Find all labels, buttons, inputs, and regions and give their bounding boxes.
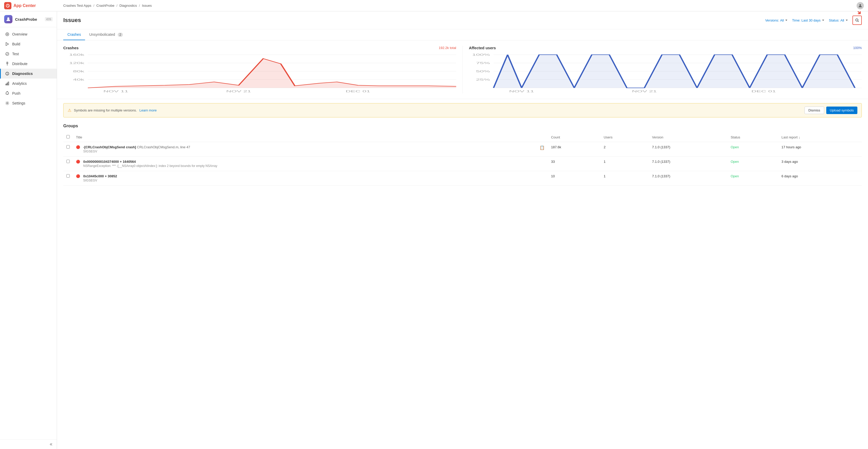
upload-symbols-button[interactable]: Upload symbols [826, 106, 858, 114]
svg-point-16 [7, 103, 8, 104]
row3-checkbox[interactable] [66, 174, 70, 178]
groups-section: Groups Title Count Users [57, 122, 868, 192]
row2-error-icon: 🔴 [76, 160, 80, 164]
dismiss-button[interactable]: Dismiss [804, 106, 824, 114]
row2-last-report: 3 days ago [778, 157, 862, 171]
row1-title-content: 🔴 -[CRLCrashObjCMsgSend crash] CRLCrashO… [76, 145, 545, 153]
select-all-checkbox[interactable] [66, 135, 70, 138]
affected-chart-total: 100% [853, 46, 862, 50]
svg-text:80k: 80k [73, 70, 85, 73]
row2-status-badge: Open [731, 160, 739, 164]
row2-status: Open [727, 157, 778, 171]
overview-icon [5, 32, 9, 37]
row3-count: 10 [548, 171, 600, 186]
row2-title-cell: 🔴 0x00000000104374000 + 1640564 NSRangeE… [73, 157, 548, 171]
crashes-chart-svg: 160k 120k 80k 40k NOV 11 NOV 21 DEC 01 [63, 52, 456, 94]
warning-learn-more[interactable]: Learn more [140, 108, 157, 112]
row1-status-badge: Open [731, 145, 739, 149]
row1-checkbox[interactable] [66, 145, 70, 149]
row3-title-bold: 0x10445c000 + 30852 [83, 174, 117, 178]
crashes-chart-header: Crashes 192.2k total [63, 45, 456, 50]
sidebar-label-test: Test [12, 52, 19, 56]
main-layout: CrashProbe iOS Overview [0, 11, 868, 449]
row1-clip-icon[interactable]: 📋 [539, 145, 545, 150]
sidebar-app-header: CrashProbe iOS [0, 11, 57, 27]
breadcrumb-item-1[interactable]: Crashes Test Apps [63, 4, 91, 7]
time-value: Last 30 days [801, 19, 820, 22]
col-last-report[interactable]: Last report ↓ [778, 132, 862, 142]
user-avatar[interactable] [857, 2, 864, 9]
crashes-chart-title: Crashes [63, 45, 79, 50]
sidebar-label-push: Push [12, 91, 21, 95]
row2-subtitle: NSRangeException: *** -[__NSArray0 objec… [83, 164, 545, 168]
sidebar-item-settings[interactable]: Settings [0, 98, 57, 108]
table-row[interactable]: 🔴 -[CRLCrashObjCMsgSend crash] CRLCrashO… [63, 142, 862, 157]
tab-crashes[interactable]: Crashes [63, 29, 85, 40]
row1-checkbox-cell [63, 142, 73, 157]
row3-last-report: 6 days ago [778, 171, 862, 186]
header-controls: Versions: All Time: Last 30 days Status:… [765, 15, 862, 25]
row3-title-content: 🔴 0x10445c000 + 30852 SIGSEGV [76, 174, 545, 182]
warning-text: Symbols are missing for multiple version… [74, 108, 137, 112]
sidebar-label-build: Build [12, 42, 20, 46]
affected-chart-header: Affected users 100% [469, 45, 862, 50]
row3-title-cell: 🔴 0x10445c000 + 30852 SIGSEGV [73, 171, 548, 186]
row3-checkbox-cell [63, 171, 73, 186]
crashes-chart-total: 192.2k total [439, 46, 456, 50]
svg-point-15 [7, 92, 7, 92]
distribute-icon [5, 61, 9, 66]
col-version: Version [649, 132, 727, 142]
content-header: Issues Versions: All Time: Last 30 days … [57, 11, 868, 29]
sidebar-app-name: CrashProbe [15, 17, 37, 22]
tab-unsymbolicated[interactable]: Unsymbolicated 2 [85, 29, 127, 40]
content-area: Issues Versions: All Time: Last 30 days … [57, 11, 868, 449]
sidebar-label-analytics: Analytics [12, 82, 27, 86]
table-row[interactable]: 🔴 0x00000000104374000 + 1640564 NSRangeE… [63, 157, 862, 171]
page-title: Issues [63, 17, 81, 24]
svg-text:NOV 21: NOV 21 [632, 90, 657, 93]
sidebar-item-overview[interactable]: Overview [0, 29, 57, 39]
app-logo[interactable]: App Center [4, 2, 61, 9]
affected-chart-area: 100% 75% 50% 25% NOV 11 NOV 21 DEC 01 [469, 52, 862, 94]
search-button[interactable] [852, 15, 862, 25]
breadcrumb: Crashes Test Apps / CrashProbe / Diagnos… [63, 4, 855, 7]
settings-icon [5, 101, 9, 105]
row1-count: 187.6k [548, 142, 600, 157]
breadcrumb-item-4[interactable]: Issues [142, 4, 152, 7]
svg-point-2 [7, 18, 9, 20]
row1-title-normal: CRLCrashObjCMsgSend.m, line 47 [137, 145, 190, 149]
row1-title-info: -[CRLCrashObjCMsgSend crash] CRLCrashObj… [83, 145, 537, 153]
analytics-icon [5, 81, 9, 86]
table-body: 🔴 -[CRLCrashObjCMsgSend crash] CRLCrashO… [63, 142, 862, 186]
row2-title-line: 0x00000000104374000 + 1640564 [83, 160, 545, 164]
row3-status-badge: Open [731, 174, 739, 178]
col-title: Title [73, 132, 548, 142]
versions-dropdown[interactable]: Versions: All [765, 19, 788, 22]
row1-last-report: 17 hours ago [778, 142, 862, 157]
sidebar-item-test[interactable]: Test [0, 49, 57, 59]
row3-version: 7.1.0 (1337) [649, 171, 727, 186]
svg-text:160k: 160k [69, 54, 85, 56]
row3-subtitle: SIGSEGV [83, 179, 545, 182]
sidebar-item-push[interactable]: Push [0, 88, 57, 98]
sidebar-item-distribute[interactable]: Distribute [0, 59, 57, 69]
sidebar-item-diagnostics[interactable]: Diagnostics [0, 69, 57, 78]
time-dropdown[interactable]: Time: Last 30 days [792, 19, 825, 22]
topbar: App Center Crashes Test Apps / CrashProb… [0, 0, 868, 11]
affected-users-chart: Affected users 100% 100% 75% 50% [463, 45, 862, 94]
sidebar-collapse[interactable] [0, 440, 57, 449]
svg-text:75%: 75% [476, 62, 490, 65]
row2-checkbox[interactable] [66, 160, 70, 163]
breadcrumb-item-2[interactable]: CrashProbe [96, 4, 114, 7]
sidebar-item-analytics[interactable]: Analytics [0, 78, 57, 88]
status-dropdown[interactable]: Status: All [829, 19, 848, 22]
row3-title-line: 0x10445c000 + 30852 [83, 174, 545, 178]
svg-text:NOV 11: NOV 11 [509, 90, 534, 93]
sidebar-app-info: CrashProbe [4, 15, 37, 23]
warning-banner: ⚠ Symbols are missing for multiple versi… [63, 103, 862, 118]
sidebar-item-build[interactable]: Build [0, 39, 57, 49]
sidebar-label-diagnostics: Diagnostics [12, 71, 33, 76]
warning-content: ⚠ Symbols are missing for multiple versi… [68, 108, 157, 113]
table-row[interactable]: 🔴 0x10445c000 + 30852 SIGSEGV 10 1 [63, 171, 862, 186]
breadcrumb-item-3[interactable]: Diagnostics [120, 4, 137, 7]
